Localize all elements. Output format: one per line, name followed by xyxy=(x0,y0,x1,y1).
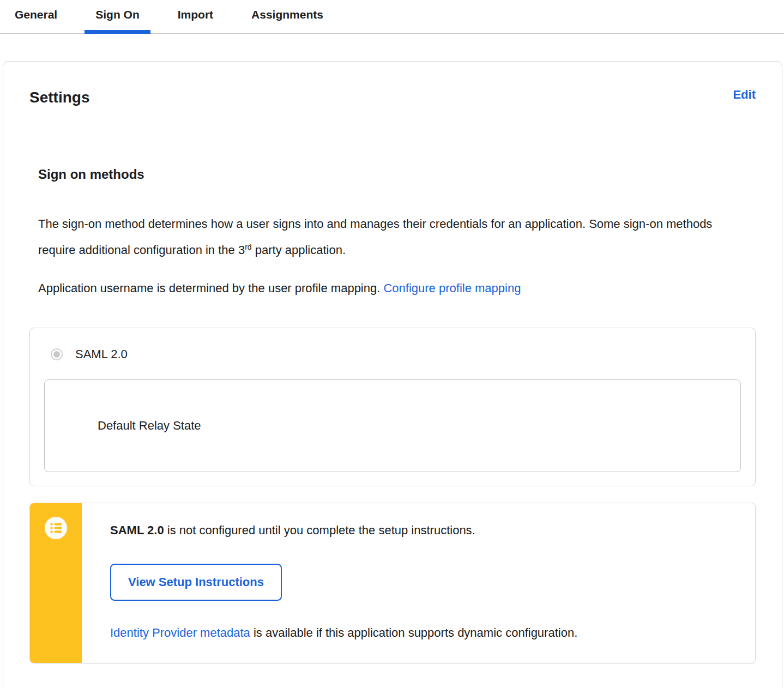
default-relay-state-field: Default Relay State xyxy=(44,379,741,472)
username-note-text: Application username is determined by th… xyxy=(38,281,383,295)
edit-link[interactable]: Edit xyxy=(733,88,756,102)
view-setup-instructions-button[interactable]: View Setup Instructions xyxy=(110,564,282,601)
metadata-note-text: is available if this application support… xyxy=(250,626,577,639)
metadata-note: Identity Provider metadata is available … xyxy=(110,625,729,641)
saml-radio-button[interactable] xyxy=(51,348,63,360)
page-title: Settings xyxy=(29,88,89,107)
configure-profile-mapping-link[interactable]: Configure profile mapping xyxy=(383,281,521,295)
warning-accent-bar xyxy=(30,503,82,663)
setup-warning-box: SAML 2.0 is not configured until you com… xyxy=(29,503,756,663)
tab-assignments[interactable]: Assignments xyxy=(240,8,334,34)
default-relay-state-label: Default Relay State xyxy=(98,419,201,433)
setup-instructions-list-icon xyxy=(45,517,67,539)
saml-method-box: SAML 2.0 Default Relay State xyxy=(29,328,756,486)
app-tab-bar: General Sign On Import Assignments xyxy=(0,0,784,34)
saml-radio-row[interactable]: SAML 2.0 xyxy=(44,347,741,362)
tab-sign-on[interactable]: Sign On xyxy=(85,8,150,34)
warning-message-bold: SAML 2.0 xyxy=(110,523,164,537)
identity-provider-metadata-link[interactable]: Identity Provider metadata xyxy=(110,626,250,639)
saml-radio-label: SAML 2.0 xyxy=(75,347,128,362)
warning-content: SAML 2.0 is not configured until you com… xyxy=(82,503,755,663)
description-text-1: The sign-on method determines how a user… xyxy=(38,217,712,257)
sign-on-methods-heading: Sign on methods xyxy=(38,166,756,183)
description-text-2: party application. xyxy=(252,243,346,257)
tab-general[interactable]: General xyxy=(4,8,68,34)
warning-message: SAML 2.0 is not configured until you com… xyxy=(110,522,729,539)
sign-on-description: The sign-on method determines how a user… xyxy=(38,211,714,263)
settings-card: Settings Edit Sign on methods The sign-o… xyxy=(3,61,782,688)
warning-message-text: is not configured until you complete the… xyxy=(164,523,475,537)
username-mapping-note: Application username is determined by th… xyxy=(38,275,714,301)
settings-card-header: Settings Edit xyxy=(29,88,756,107)
description-superscript: rd xyxy=(245,243,251,251)
tab-import[interactable]: Import xyxy=(167,8,224,34)
